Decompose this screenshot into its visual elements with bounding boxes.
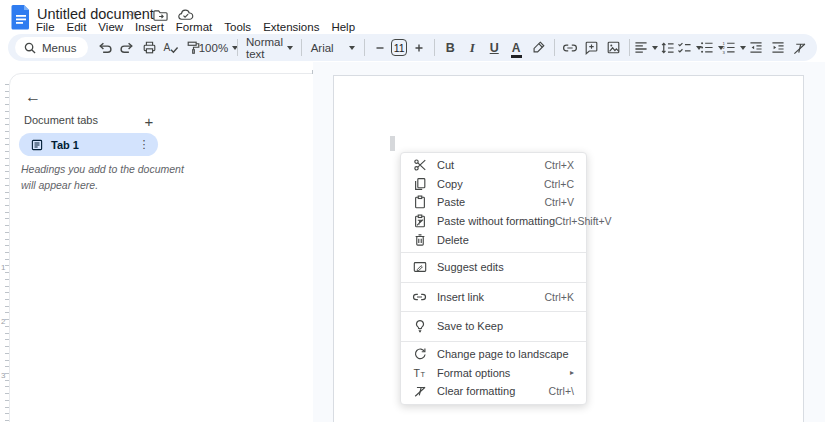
- svg-text:T: T: [413, 366, 420, 378]
- menu-insert[interactable]: Insert: [129, 20, 170, 34]
- bold-button[interactable]: B: [440, 37, 461, 59]
- tab-document-icon: [31, 139, 43, 151]
- suggest-edits-icon: [412, 260, 427, 275]
- redo-button[interactable]: [117, 37, 138, 59]
- clear-formatting-button[interactable]: [789, 37, 810, 59]
- toolbar-divider: [301, 39, 302, 56]
- numbered-list-select[interactable]: 1 2 3: [723, 37, 744, 59]
- print-icon: [142, 40, 157, 55]
- checklist-select[interactable]: [679, 37, 700, 59]
- selected-paragraph-mark: [390, 136, 395, 151]
- styles-value: Normal text: [246, 36, 283, 60]
- context-menu-item-change-page-to-landscape[interactable]: Change page to landscape: [401, 345, 586, 364]
- menu-bar: File Edit View Insert Format Tools Exten…: [30, 20, 361, 34]
- rotate-page-icon: [412, 347, 427, 362]
- clear-formatting-icon: [792, 41, 807, 55]
- italic-button[interactable]: I: [462, 37, 483, 59]
- sidebar-tab-1[interactable]: Tab 1 ⋮: [19, 133, 158, 156]
- menu-help[interactable]: Help: [325, 20, 361, 34]
- zoom-select[interactable]: 100%: [205, 37, 233, 59]
- toolbar-divider: [434, 39, 435, 56]
- google-docs-window: Untitled document ☆ File Edit View Inser…: [0, 0, 825, 422]
- clear-formatting-icon: [412, 384, 427, 399]
- ruler-mark: 3: [1, 371, 5, 380]
- context-menu: Cut Ctrl+X Copy Ctrl+C: [400, 152, 587, 405]
- print-button[interactable]: [139, 37, 160, 59]
- context-menu-item-copy[interactable]: Copy Ctrl+C: [401, 175, 586, 194]
- menus-search-button[interactable]: Menus: [15, 37, 88, 58]
- back-arrow-icon: ←: [25, 88, 41, 106]
- context-menu-item-cut[interactable]: Cut Ctrl+X: [401, 156, 586, 175]
- redo-icon: [119, 40, 135, 55]
- checklist-icon: [677, 41, 692, 54]
- submenu-arrow-icon: ▸: [570, 368, 574, 377]
- headings-hint-text: Headings you add to the document will ap…: [21, 162, 189, 194]
- styles-select[interactable]: Normal text: [243, 37, 296, 59]
- decrease-indent-button[interactable]: [745, 37, 766, 59]
- document-tabs-heading: Document tabs: [24, 114, 98, 126]
- tab-options-icon[interactable]: ⋮: [136, 138, 152, 151]
- context-menu-item-suggest-edits[interactable]: Suggest edits: [401, 258, 586, 277]
- context-menu-item-insert-link[interactable]: Insert link Ctrl+K: [401, 288, 586, 307]
- menu-view[interactable]: View: [92, 20, 129, 34]
- decrease-font-size-button[interactable]: [369, 37, 390, 59]
- underline-button[interactable]: U: [484, 37, 505, 59]
- text-color-icon: A: [512, 42, 521, 54]
- ruler-mark: 1: [1, 263, 5, 272]
- increase-font-size-button[interactable]: [408, 37, 429, 59]
- context-menu-item-clear-formatting[interactable]: Clear formatting Ctrl+\: [401, 382, 586, 401]
- back-button[interactable]: ←: [20, 84, 46, 110]
- add-comment-icon: [584, 40, 599, 55]
- insert-image-button[interactable]: [603, 37, 624, 59]
- toolbar-divider: [629, 39, 630, 56]
- menu-format[interactable]: Format: [170, 20, 218, 34]
- vertical-ruler[interactable]: 1 2 3 4 5: [0, 80, 12, 422]
- paste-icon: [412, 195, 427, 210]
- align-select[interactable]: [635, 37, 656, 59]
- line-spacing-icon: [660, 41, 675, 55]
- svg-text:A: A: [164, 42, 171, 53]
- menu-tools[interactable]: Tools: [218, 20, 257, 34]
- line-spacing-button[interactable]: [657, 37, 678, 59]
- tab-label: Tab 1: [51, 139, 79, 151]
- undo-button[interactable]: [95, 37, 116, 59]
- spellcheck-icon: A: [163, 40, 179, 55]
- toolbar-divider: [364, 39, 365, 56]
- cut-icon: [412, 158, 427, 173]
- docs-logo-icon[interactable]: [11, 4, 31, 30]
- add-tab-button[interactable]: +: [138, 110, 160, 132]
- context-menu-item-format-options[interactable]: T T Format options ▸: [401, 363, 586, 382]
- font-size-input[interactable]: 11: [391, 39, 407, 56]
- image-icon: [606, 40, 621, 55]
- format-options-icon: T T: [412, 365, 427, 380]
- paste-without-formatting-icon: [412, 214, 427, 229]
- zoom-value: 100%: [199, 42, 228, 54]
- menu-extensions[interactable]: Extensions: [257, 20, 325, 34]
- increase-indent-button[interactable]: [767, 37, 788, 59]
- highlighter-icon: [531, 40, 546, 55]
- increase-indent-icon: [771, 41, 785, 54]
- svg-text:3: 3: [722, 50, 725, 54]
- add-comment-button[interactable]: [581, 37, 602, 59]
- toolbar-divider: [237, 39, 238, 56]
- spellcheck-button[interactable]: A: [161, 37, 182, 59]
- delete-icon: [412, 232, 427, 247]
- context-menu-item-save-to-keep[interactable]: Save to Keep: [401, 317, 586, 336]
- menu-file[interactable]: File: [30, 20, 61, 34]
- search-icon: [24, 42, 36, 54]
- copy-icon: [412, 176, 427, 191]
- context-menu-item-paste[interactable]: Paste Ctrl+V: [401, 193, 586, 212]
- decrease-indent-icon: [749, 41, 763, 54]
- toolbar-divider: [554, 39, 555, 56]
- chevron-down-icon: [287, 46, 293, 50]
- highlight-color-button[interactable]: [528, 37, 549, 59]
- context-menu-item-paste-without-formatting[interactable]: Paste without formatting Ctrl+Shift+V: [401, 212, 586, 231]
- menu-edit[interactable]: Edit: [61, 20, 93, 34]
- bulleted-list-icon: [700, 41, 714, 54]
- toolbar: Menus: [8, 34, 817, 61]
- insert-link-button[interactable]: [559, 37, 580, 59]
- context-menu-item-delete[interactable]: Delete: [401, 230, 586, 249]
- bulleted-list-select[interactable]: [701, 37, 722, 59]
- font-select[interactable]: Arial: [307, 37, 359, 59]
- text-color-button[interactable]: A: [506, 37, 527, 59]
